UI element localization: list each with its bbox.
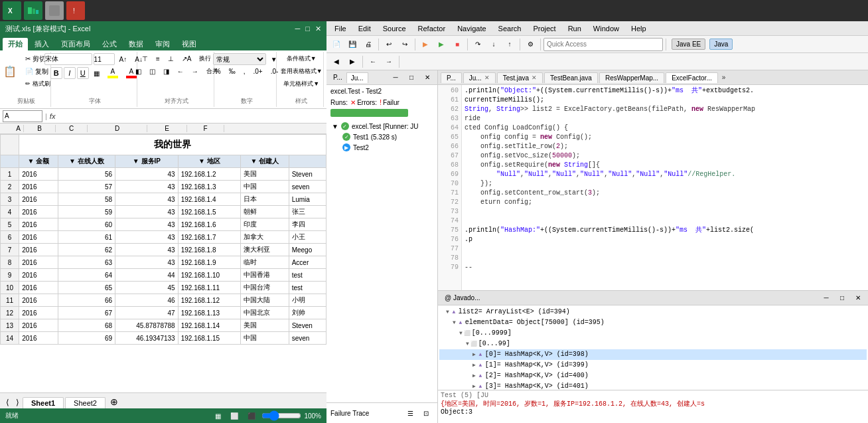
more-tabs-btn[interactable]: » xyxy=(719,72,729,82)
tb-step-over-btn[interactable]: ↷ xyxy=(470,37,485,52)
view-normal-btn[interactable]: ▦ xyxy=(212,411,224,421)
editor-tab-reswapper[interactable]: ResWapperMap... xyxy=(599,72,664,83)
triangle-0[interactable]: ▶ xyxy=(472,350,476,359)
cell-style-btn[interactable]: 单元格样式▼ xyxy=(280,78,323,90)
tb2-forward-btn[interactable]: ▶ xyxy=(345,54,360,69)
excel-tab-insert[interactable]: 插入 xyxy=(29,38,54,50)
menu-search[interactable]: Search xyxy=(493,23,527,34)
excel-tab-view[interactable]: 视图 xyxy=(177,38,202,50)
col-header-F[interactable]: F xyxy=(187,125,224,132)
border-btn[interactable]: ▦ xyxy=(90,68,103,78)
editor-tab-testbean[interactable]: TestBean.java xyxy=(544,72,598,83)
debug-row-0-9999[interactable]: ▼ ⬜ [0...9999] xyxy=(439,328,867,339)
tb2-next-edit-btn[interactable]: → xyxy=(382,54,396,69)
currency-btn[interactable]: % xyxy=(212,66,224,76)
tb-more1-btn[interactable]: ⚙ xyxy=(523,37,538,52)
debug-minimize-btn[interactable]: ─ xyxy=(819,291,833,305)
align-middle-btn[interactable]: ≡ xyxy=(153,54,163,64)
align-right-btn[interactable]: ◨ xyxy=(160,66,173,76)
debug-maximize-btn[interactable]: □ xyxy=(835,291,849,305)
col-header-A[interactable]: A xyxy=(13,125,24,132)
menu-source[interactable]: Source xyxy=(378,23,411,34)
menu-run[interactable]: Run xyxy=(563,23,587,34)
junit-close-btn[interactable]: ✕ xyxy=(420,70,435,85)
excel-tab-data[interactable]: 数据 xyxy=(123,38,149,50)
col-header-C[interactable]: C xyxy=(56,125,88,132)
triangle-1[interactable]: ▶ xyxy=(472,361,476,370)
debug-row-2[interactable]: ▶ ▲ [2]= HashMap<K,V> (id=400) xyxy=(439,371,867,381)
tb-save-btn[interactable]: 💾 xyxy=(345,37,360,52)
excel-grid-scroll[interactable]: 我的世界 ▼ 金额 ▼ 在线人数 ▼ 服务IP ▼ 地区 ▼ 创建人 xyxy=(0,134,326,392)
indent-increase-btn[interactable]: → xyxy=(188,66,202,76)
text-rotate-btn[interactable]: ↗A xyxy=(179,54,195,64)
triangle-elementdata[interactable]: ▼ xyxy=(453,318,456,327)
perspective-java[interactable]: Java xyxy=(709,39,733,50)
col-header-E[interactable]: E xyxy=(147,125,187,132)
editor-tab-test-close[interactable]: ✕ xyxy=(532,74,537,81)
cell-r1-creator[interactable]: Steven xyxy=(289,168,326,181)
percent-btn[interactable]: ‰ xyxy=(226,66,239,76)
menu-refactor[interactable]: Refactor xyxy=(413,23,451,34)
excel-tab-home[interactable]: 开始 xyxy=(3,38,28,50)
bold-btn[interactable]: B xyxy=(50,67,62,79)
format-copy-btn[interactable]: ✏ 格式刷 xyxy=(22,78,54,90)
table-format-btn[interactable]: 套用表格格式▼ xyxy=(277,66,326,77)
tb-print-btn[interactable]: 🖨 xyxy=(361,37,376,52)
name-box[interactable] xyxy=(3,110,42,122)
taskbar-excel-icon[interactable]: X xyxy=(3,1,21,20)
perspective-javaee[interactable]: Java EE xyxy=(672,39,705,50)
increase-decimal-btn[interactable]: .0+ xyxy=(250,66,266,76)
indent-decrease-btn[interactable]: ← xyxy=(174,66,187,76)
menu-file[interactable]: File xyxy=(329,23,352,34)
view-layout-btn[interactable]: ⬜ xyxy=(227,411,242,421)
junit-tab-p[interactable]: P... xyxy=(329,72,346,82)
debug-row-0[interactable]: ▶ ▲ [0]= HashMap<K,V> (id=398) xyxy=(439,349,867,360)
align-left-btn[interactable]: ◧ xyxy=(132,66,145,76)
paste-btn[interactable]: 📋 xyxy=(0,60,21,84)
cell-r1-year[interactable]: 2016 xyxy=(19,168,58,181)
excel-maximize-btn[interactable]: □ xyxy=(305,25,310,33)
cell-r1-ip[interactable]: 192.168.1.2 xyxy=(178,168,241,181)
debug-row-1[interactable]: ▶ ▲ [1]= HashMap<K,V> (id=399) xyxy=(439,360,867,371)
menu-help[interactable]: Help xyxy=(626,23,652,34)
comma-btn[interactable]: , xyxy=(240,66,249,76)
tb-run-btn[interactable]: ▶ xyxy=(434,37,449,52)
add-new-sheet-btn[interactable]: ⊕ xyxy=(107,395,121,408)
junit-test2-item[interactable]: ▶ Test2 xyxy=(329,142,435,153)
editor-tab-p[interactable]: P... xyxy=(441,72,462,83)
quick-access-input[interactable] xyxy=(543,38,663,51)
copy-btn[interactable]: 📄 复制 xyxy=(22,66,54,78)
cell-r1-online[interactable]: 56 xyxy=(58,168,115,181)
debug-row-0-99[interactable]: ▼ ⬜ [0...99] xyxy=(439,339,867,349)
excel-minimize-btn[interactable]: ─ xyxy=(295,25,301,33)
tb-undo-btn[interactable]: ↩ xyxy=(382,37,396,52)
taskbar-icon-1[interactable] xyxy=(24,1,42,20)
failure-trace-btn-2[interactable]: ⊡ xyxy=(419,406,433,420)
triangle-2[interactable]: ▶ xyxy=(472,371,476,381)
italic-btn[interactable]: I xyxy=(64,67,76,79)
editor-tab-excelfactor[interactable]: ExcelFactor... xyxy=(666,72,718,83)
align-bottom-btn[interactable]: ⊥ xyxy=(165,54,177,64)
junit-suite-item[interactable]: ▼ ✓ excel.Test [Runner: JU xyxy=(329,121,435,131)
code-content[interactable]: .println("Object:"+((System.currentTimeM… xyxy=(462,85,868,290)
tb-debug-btn[interactable]: ▶ xyxy=(418,37,433,52)
font-size-input[interactable] xyxy=(94,53,115,65)
menu-navigate[interactable]: Navigate xyxy=(452,23,491,34)
taskbar-icon-red[interactable]: ! xyxy=(66,1,85,20)
fill-color-btn[interactable]: A xyxy=(104,66,121,80)
failure-trace-btn-1[interactable]: ☰ xyxy=(403,406,417,420)
triangle-list2[interactable]: ▼ xyxy=(446,307,449,317)
excel-close-btn[interactable]: ✕ xyxy=(315,25,321,33)
menu-project[interactable]: Project xyxy=(528,23,561,34)
debug-row-3[interactable]: ▶ ▲ [3]= HashMap<K,V> (id=401) xyxy=(439,381,867,390)
tb-new-btn[interactable]: 📄 xyxy=(329,37,344,52)
taskbar-icon-2[interactable] xyxy=(45,1,64,20)
wrap-text-btn[interactable]: 换行 xyxy=(196,53,214,64)
col-header-D[interactable]: D xyxy=(88,125,147,132)
debug-tab-javadoc[interactable]: @ Javado... xyxy=(441,293,484,303)
conditional-format-btn[interactable]: 条件格式▼ xyxy=(283,53,320,64)
align-center-btn[interactable]: ◫ xyxy=(146,66,159,76)
junit-tab-ju[interactable]: Ju... xyxy=(346,72,368,83)
tb-step-into-btn[interactable]: ↓ xyxy=(486,37,501,52)
tb2-prev-edit-btn[interactable]: ← xyxy=(366,54,380,69)
